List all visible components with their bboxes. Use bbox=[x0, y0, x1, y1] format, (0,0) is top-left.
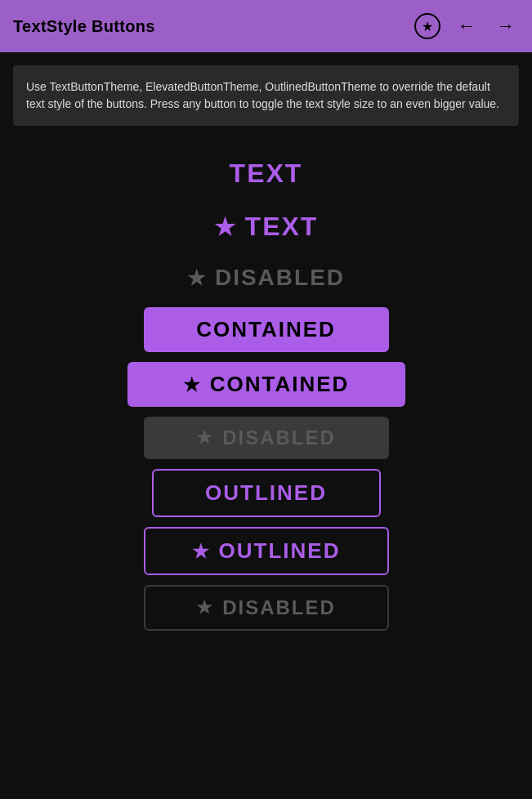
forward-arrow-icon: → bbox=[497, 16, 515, 37]
text-disabled-button: ★ DISABLED bbox=[174, 258, 358, 297]
outlined-disabled-label: DISABLED bbox=[222, 596, 336, 619]
back-button[interactable]: ← bbox=[454, 13, 480, 39]
contained-icon-label: CONTAINED bbox=[210, 372, 350, 397]
outlined-icon-button[interactable]: ★ OUTLINED bbox=[144, 527, 389, 575]
contained-icon-button[interactable]: ★ CONTAINED bbox=[127, 362, 405, 407]
contained-button[interactable]: CONTAINED bbox=[144, 307, 389, 352]
info-box: Use TextButtonTheme, ElevatedButtonTheme… bbox=[13, 65, 519, 126]
star-circle-icon[interactable]: ★ bbox=[414, 13, 440, 39]
outlined-icon-label: OUTLINED bbox=[219, 538, 341, 564]
text-icon-button[interactable]: ★ TEXT bbox=[201, 205, 332, 248]
contained-disabled-label: DISABLED bbox=[222, 426, 336, 449]
forward-button[interactable]: → bbox=[493, 13, 519, 39]
header-actions: ★ ← → bbox=[414, 13, 519, 39]
info-text: Use TextButtonTheme, ElevatedButtonTheme… bbox=[26, 78, 506, 113]
back-arrow-icon: ← bbox=[458, 16, 476, 37]
contained-disabled-button: ★ DISABLED bbox=[144, 417, 389, 459]
app-header: TextStyle Buttons ★ ← → bbox=[0, 0, 532, 52]
outlined-button[interactable]: OUTLINED bbox=[152, 469, 381, 517]
star-icon: ★ bbox=[187, 266, 207, 290]
text-button[interactable]: TEXT bbox=[217, 152, 316, 195]
buttons-content: TEXT ★ TEXT ★ DISABLED CONTAINED ★ CONTA… bbox=[0, 139, 532, 644]
star-icon: ★ bbox=[192, 540, 211, 563]
star-icon: ★ bbox=[196, 597, 214, 618]
page-title: TextStyle Buttons bbox=[13, 17, 155, 36]
star-icon: ★ bbox=[196, 427, 214, 449]
text-icon-label: TEXT bbox=[245, 212, 319, 242]
text-disabled-label: DISABLED bbox=[215, 265, 345, 291]
star-icon: ★ bbox=[183, 373, 202, 396]
star-icon: ★ bbox=[422, 19, 433, 34]
outlined-disabled-button: ★ DISABLED bbox=[144, 585, 389, 631]
star-icon: ★ bbox=[214, 213, 237, 241]
